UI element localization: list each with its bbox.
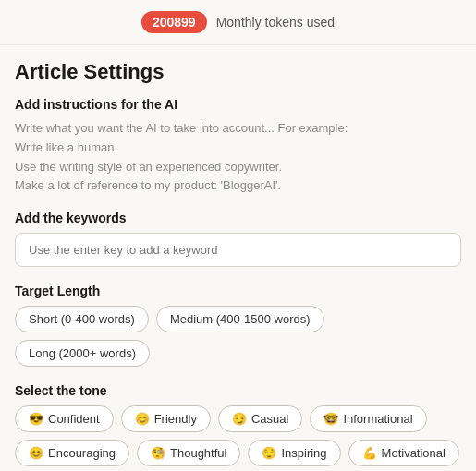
tone-thoughtful[interactable]: 🧐 Thoughtful — [137, 440, 240, 466]
hint-line2: Write like a human. — [15, 140, 117, 154]
hint-line1: Write what you want the AI to take into … — [15, 121, 348, 135]
target-length-label: Target Length — [15, 284, 461, 298]
tone-grid: 😎 Confident 😊 Friendly 😏 Casual 🤓 Inform… — [15, 405, 461, 471]
main-content: Article Settings Add instructions for th… — [0, 45, 476, 471]
length-options: Short (0-400 words) Medium (400-1500 wor… — [15, 306, 461, 367]
tone-informational[interactable]: 🤓 Informational — [310, 405, 426, 432]
tone-casual[interactable]: 😏 Casual — [218, 405, 302, 432]
length-medium[interactable]: Medium (400-1500 words) — [156, 306, 324, 332]
tone-inspiring[interactable]: 😌 Inspiring — [248, 440, 340, 466]
ai-instructions-label: Add instructions for the AI — [15, 97, 461, 112]
tone-section: Select the tone 😎 Confident 😊 Friendly 😏… — [15, 383, 461, 471]
tone-motivational[interactable]: 💪 Motivational — [348, 440, 459, 466]
keywords-input[interactable] — [15, 233, 461, 267]
length-long[interactable]: Long (2000+ words) — [15, 340, 150, 367]
hint-line4: Make a lot of reference to my product: '… — [15, 178, 281, 192]
tone-confident[interactable]: 😎 Confident — [15, 405, 114, 432]
tone-label: Select the tone — [15, 383, 461, 398]
tone-friendly[interactable]: 😊 Friendly — [121, 405, 211, 432]
page-title: Article Settings — [15, 60, 461, 84]
keywords-label: Add the keywords — [15, 211, 461, 225]
length-short[interactable]: Short (0-400 words) — [15, 306, 149, 332]
top-bar: 200899 Monthly tokens used — [0, 0, 476, 45]
ai-instructions-hint: Write what you want the AI to take into … — [15, 119, 461, 196]
target-length-section: Target Length Short (0-400 words) Medium… — [15, 284, 461, 367]
hint-line3: Use the writing style of an experienced … — [15, 160, 282, 174]
tone-encouraging[interactable]: 😊 Encouraging — [15, 440, 129, 466]
token-label: Monthly tokens used — [216, 15, 335, 30]
token-count: 200899 — [141, 11, 207, 33]
